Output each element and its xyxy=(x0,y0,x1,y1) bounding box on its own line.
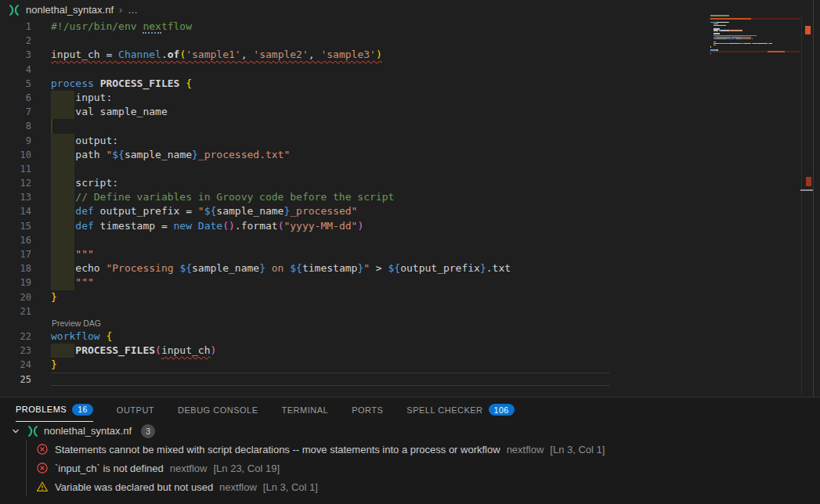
code-token: input: xyxy=(75,92,112,103)
code-token: _processed.txt" xyxy=(198,149,290,160)
code-line[interactable]: 19 """ xyxy=(0,275,709,290)
panel-tab-label: DEBUG CONSOLE xyxy=(178,405,258,415)
line-number: 9 xyxy=(0,134,31,148)
code-token: 'sample3' xyxy=(320,49,375,60)
breadcrumb-more[interactable]: … xyxy=(128,4,139,16)
code-line-text: #!/usr/bin/env nextflow xyxy=(51,20,192,34)
problems-file-group[interactable]: nonlethal_syntax.nf 3 xyxy=(0,422,820,440)
problems-count-badge: 3 xyxy=(141,424,155,438)
code-token xyxy=(51,191,75,203)
code-line[interactable]: 3input_ch = Channel.of('sample1', 'sampl… xyxy=(0,48,709,62)
line-number: 13 xyxy=(0,190,31,204)
code-token: tflow xyxy=(161,20,192,32)
code-line[interactable]: 5process PROCESS_FILES { xyxy=(0,77,709,91)
indent-highlight xyxy=(51,233,74,247)
code-line-text: process PROCESS_FILES { xyxy=(51,77,192,91)
code-token: script: xyxy=(75,177,118,189)
code-token xyxy=(51,149,75,160)
code-token: } xyxy=(192,149,198,160)
code-editor[interactable]: 1#!/usr/bin/env nextflow23input_ch = Cha… xyxy=(0,20,709,387)
code-line[interactable]: 17 """ xyxy=(0,247,709,261)
code-line[interactable]: 16 xyxy=(0,233,709,247)
code-line[interactable]: 21 xyxy=(0,304,709,319)
panel-tab-terminal[interactable]: TERMINAL xyxy=(282,398,329,422)
breadcrumb-filename[interactable]: nonlethal_syntax.nf xyxy=(26,4,114,16)
code-line[interactable]: 9 output: xyxy=(0,134,709,148)
code-line[interactable]: 8 xyxy=(0,119,709,133)
code-line[interactable]: 6 input: xyxy=(0,91,709,105)
code-token xyxy=(51,276,75,288)
line-number: 1 xyxy=(0,20,31,34)
code-token: = xyxy=(100,49,118,60)
line-number: 19 xyxy=(0,275,31,290)
code-line[interactable]: 13 // Define variables in Groovy code be… xyxy=(0,190,709,204)
line-number: 21 xyxy=(0,304,31,319)
code-line[interactable]: 23 PROCESS_FILES(input_ch) xyxy=(0,344,709,358)
line-number: 24 xyxy=(0,358,31,372)
code-token: input_ch xyxy=(51,49,100,60)
code-line-text: script: xyxy=(51,176,118,190)
code-token xyxy=(51,205,75,217)
problem-source: nextflow xyxy=(219,481,257,493)
panel-tab-problems[interactable]: PROBLEMS16 xyxy=(16,398,93,422)
code-token: Channel xyxy=(118,49,161,60)
code-line[interactable]: 12 script: xyxy=(0,176,709,190)
code-line[interactable]: 4 xyxy=(0,63,709,77)
problem-row[interactable]: `input_ch` is not definednextflow[Ln 23,… xyxy=(27,459,820,477)
code-token: 'sample2' xyxy=(253,49,308,60)
code-line[interactable]: 2 xyxy=(0,34,709,48)
minimap-border xyxy=(801,17,802,395)
code-line[interactable]: 15 def timestamp = new Date().format("yy… xyxy=(0,219,709,233)
code-token xyxy=(51,135,75,146)
panel-tab-ports[interactable]: PORTS xyxy=(352,398,383,422)
problem-message: Statements cannot be mixed with script d… xyxy=(55,444,500,455)
indent-guide xyxy=(51,119,52,133)
line-number: 20 xyxy=(0,290,31,304)
code-line[interactable]: 14 def output_prefix = "${sample_name}_p… xyxy=(0,204,709,218)
code-line[interactable]: 20} xyxy=(0,290,709,304)
code-line[interactable]: 18 echo "Processing ${sample_name} on ${… xyxy=(0,261,709,275)
breadcrumb-separator: › xyxy=(119,5,122,16)
code-token xyxy=(51,248,75,260)
code-token: ${ xyxy=(388,262,401,274)
codelens-preview-dag[interactable]: Preview DAG xyxy=(0,319,709,329)
panel-tab-debug-console[interactable]: DEBUG CONSOLE xyxy=(178,398,258,422)
minimap-line xyxy=(710,54,800,56)
current-line-highlight xyxy=(51,373,609,386)
code-line[interactable]: 22workflow { xyxy=(0,329,709,344)
code-token: output_prefix xyxy=(400,262,480,274)
chevron-down-icon[interactable] xyxy=(9,425,22,437)
overview-ruler-cursor-marker xyxy=(800,189,813,191)
panel-tab-badge: 16 xyxy=(72,404,93,416)
minimap-error-highlight xyxy=(709,18,800,20)
code-line-text: """ xyxy=(51,247,94,261)
problem-row[interactable]: Statements cannot be mixed with script d… xyxy=(27,440,820,459)
code-token: .format xyxy=(235,220,278,232)
code-token: val sample_name xyxy=(75,106,167,117)
editor-right-border xyxy=(813,0,814,397)
code-line[interactable]: 10 path "${sample_name}_processed.txt" xyxy=(0,148,709,162)
code-line[interactable]: 24} xyxy=(0,358,709,372)
panel-tab-spell-checker[interactable]: SPELL CHECKER106 xyxy=(406,398,514,422)
breadcrumb: nonlethal_syntax.nf › … xyxy=(0,0,820,20)
code-token xyxy=(94,77,100,89)
code-line[interactable]: 7 val sample_name xyxy=(0,105,709,119)
code-line[interactable]: 11 xyxy=(0,162,709,176)
minimap[interactable] xyxy=(710,15,800,59)
code-token: """ xyxy=(75,276,93,288)
code-line[interactable]: 25 xyxy=(0,373,709,387)
code-token: """ xyxy=(75,248,93,260)
line-number: 15 xyxy=(0,219,31,233)
problems-file-name: nonlethal_syntax.nf xyxy=(44,425,132,437)
line-number: 18 xyxy=(0,261,31,275)
code-token: ) xyxy=(376,49,382,60)
code-token: ${ xyxy=(290,262,302,274)
code-token: def xyxy=(75,205,93,217)
code-line[interactable]: 1#!/usr/bin/env nextflow xyxy=(0,20,709,34)
code-token xyxy=(51,177,75,189)
nextflow-file-icon xyxy=(8,4,20,16)
code-token: echo xyxy=(75,262,106,274)
problem-row[interactable]: Variable was declared but not usednextfl… xyxy=(27,477,820,496)
warning-icon xyxy=(36,481,49,493)
panel-tab-output[interactable]: OUTPUT xyxy=(117,398,154,422)
